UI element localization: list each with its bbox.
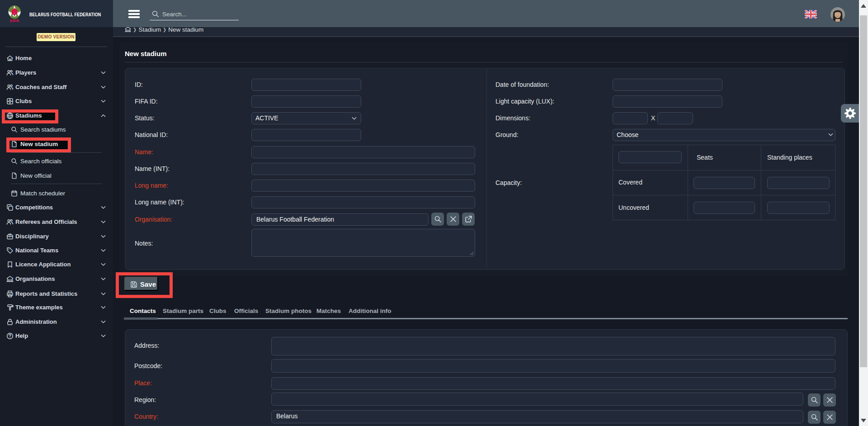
svg-text:БФФ: БФФ bbox=[10, 19, 19, 23]
